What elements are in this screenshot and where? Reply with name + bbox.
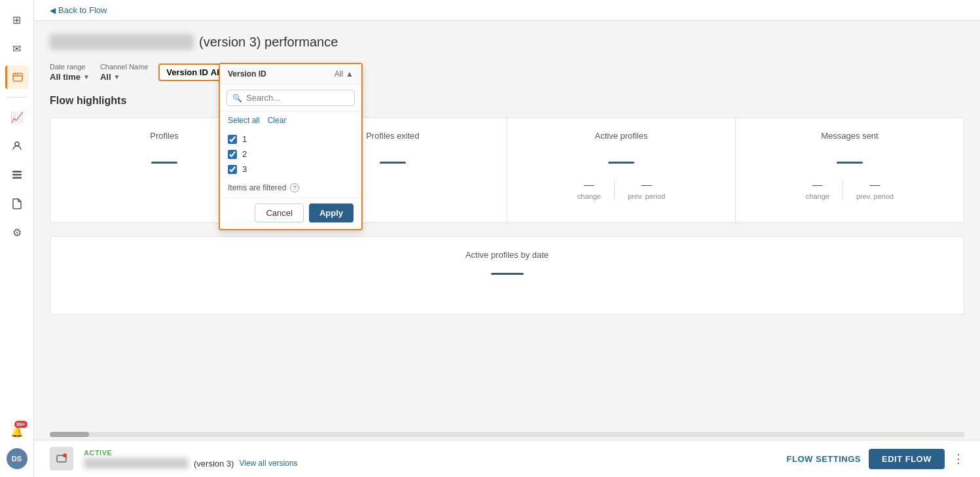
apply-button[interactable]: Apply [309, 203, 354, 222]
filter-bar: Date range All time ▼ Channel Name All ▼… [50, 63, 964, 82]
sidebar: ⊞ ✉ 📈 ⚙ 🔔 99+ DS [0, 0, 34, 477]
items-filtered-text: Items are filtered [228, 183, 286, 192]
settings-icon[interactable]: ⚙ [5, 221, 29, 244]
channel-name-select[interactable]: All ▼ [100, 72, 148, 82]
notification-bell[interactable]: 🔔 99+ [5, 419, 29, 443]
messages-change-label: change [806, 192, 829, 200]
checkbox-list: 1 2 3 [220, 129, 361, 179]
messages-sent-change: — change [806, 179, 829, 200]
metric-card-active-profiles: Active profiles — change — prev. period [507, 118, 735, 222]
flow-settings-button[interactable]: FLOW SETTINGS [787, 454, 861, 464]
campaign-icon[interactable] [5, 65, 29, 89]
change-label: change [577, 192, 601, 200]
select-actions: Select all Clear [220, 112, 361, 129]
title-suffix: (version 3) performance [199, 35, 338, 50]
title-blurred-part [50, 34, 194, 50]
checkbox-label-3: 3 [242, 164, 247, 174]
active-profiles-prev: — prev. period [628, 179, 665, 200]
active-label: ACTIVE [84, 449, 298, 457]
checkbox-item-1: 1 [228, 132, 354, 147]
bottom-bar-actions: FLOW SETTINGS EDIT FLOW ⋮ [787, 449, 964, 469]
view-all-versions-link[interactable]: View all versions [239, 459, 297, 468]
select-all-link[interactable]: Select all [228, 116, 260, 125]
chart-dash [491, 273, 524, 275]
scroll-thumb [50, 432, 89, 437]
dropdown-footer: Cancel Apply [220, 198, 361, 229]
user-avatar[interactable]: DS [7, 448, 27, 469]
segments-icon[interactable] [5, 163, 29, 186]
edit-flow-button[interactable]: EDIT FLOW [869, 449, 945, 469]
date-range-label: Date range [50, 63, 90, 71]
notification-badge: 99+ [14, 421, 27, 428]
messages-prev-label: prev. period [856, 192, 894, 200]
checkbox-item-3: 3 [228, 162, 354, 177]
page-title: (version 3) performance [50, 34, 964, 50]
chart-section: Active profiles by date [50, 236, 964, 315]
dropdown-header: Version ID All ▲ [220, 64, 361, 84]
flow-name-blurred [84, 458, 189, 468]
back-to-flow-link[interactable]: ◀ Back to Flow [50, 5, 107, 15]
active-profiles-prev-val: — [642, 179, 652, 191]
back-arrow-icon: ◀ [50, 6, 56, 15]
messages-sent-sub-row: — change — prev. period [806, 179, 894, 200]
dropdown-title: Version ID [228, 69, 266, 79]
content-area: (version 3) performance Date range All t… [34, 21, 980, 429]
metric-card-messages-sent: Messages sent — change — prev. period [736, 118, 964, 222]
svg-point-8 [63, 453, 67, 457]
scroll-area [34, 429, 980, 440]
active-profiles-change-val: — [584, 179, 594, 191]
date-range-filter: Date range All time ▼ [50, 63, 90, 82]
flow-name-bottom: (version 3) View all versions [84, 458, 298, 468]
dropdown-all-value: All [335, 69, 343, 79]
channel-name-label: Channel Name [100, 63, 148, 71]
top-bar: ◀ Back to Flow [34, 0, 980, 21]
bottom-bar-info: ACTIVE (version 3) View all versions [84, 449, 298, 468]
messages-sent-dash [837, 162, 863, 164]
contacts-icon[interactable] [5, 134, 29, 158]
metric-sub-sep-1 [614, 180, 615, 200]
checkbox-1[interactable] [228, 135, 237, 144]
messages-sent-change-val: — [812, 179, 823, 191]
flow-icon-wrap [50, 447, 73, 470]
checkbox-label-2: 2 [242, 149, 247, 159]
chart-title: Active profiles by date [64, 250, 951, 260]
items-filtered-row: Items are filtered ? [220, 179, 361, 195]
reports-icon[interactable] [5, 192, 29, 215]
svg-point-3 [15, 142, 19, 146]
dropdown-all-chevron: ▲ [346, 69, 354, 79]
dropdown-all-label: All ▲ [335, 69, 354, 79]
svg-rect-5 [12, 174, 22, 176]
messages-sent-title: Messages sent [821, 131, 878, 141]
more-options-button[interactable]: ⋮ [953, 451, 964, 466]
prev-period-label: prev. period [628, 192, 665, 200]
date-range-select[interactable]: All time ▼ [50, 72, 90, 82]
message-icon[interactable]: ✉ [5, 37, 29, 60]
date-range-value: All time [50, 72, 81, 82]
profiles-exited-dash [380, 162, 406, 164]
back-to-flow-label: Back to Flow [58, 5, 107, 15]
cancel-button[interactable]: Cancel [255, 203, 303, 222]
svg-point-1 [15, 74, 16, 75]
svg-point-2 [17, 74, 18, 75]
checkbox-3[interactable] [228, 165, 237, 174]
svg-rect-6 [12, 177, 22, 179]
checkbox-2[interactable] [228, 150, 237, 159]
channel-name-filter: Channel Name All ▼ [100, 63, 148, 82]
analytics-icon[interactable]: 📈 [5, 105, 29, 129]
clear-link[interactable]: Clear [268, 116, 287, 125]
checkbox-label-1: 1 [242, 134, 247, 144]
messages-sent-prev: — prev. period [856, 179, 894, 200]
main-area: ◀ Back to Flow (version 3) performance D… [34, 0, 980, 477]
date-range-chevron: ▼ [83, 73, 90, 80]
channel-name-value: All [100, 72, 111, 82]
sidebar-divider [7, 97, 27, 97]
grid-icon[interactable]: ⊞ [5, 8, 29, 31]
dropdown-search-box: 🔍 [220, 84, 361, 112]
search-input[interactable] [246, 93, 356, 103]
scroll-track[interactable] [50, 432, 964, 437]
flow-icon [50, 447, 73, 470]
info-icon[interactable]: ? [290, 183, 299, 192]
active-profiles-dash [608, 162, 634, 164]
messages-sent-prev-val: — [870, 179, 880, 191]
active-profiles-change: — change [577, 179, 601, 200]
